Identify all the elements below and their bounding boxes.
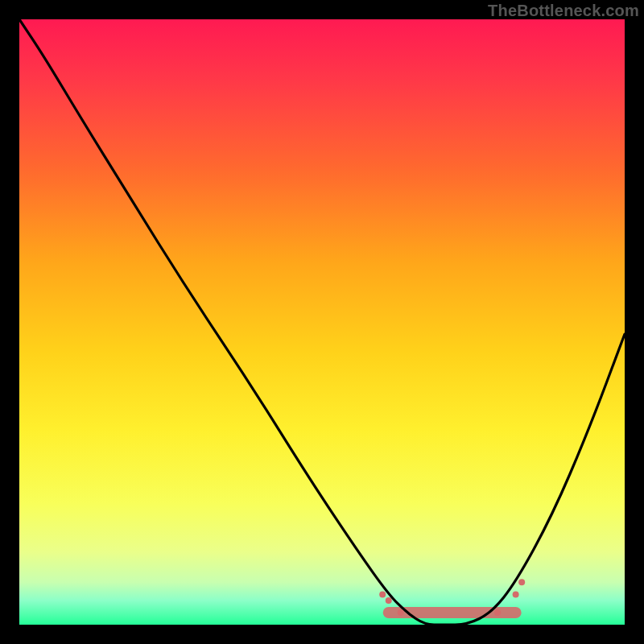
highlight-dot: [398, 609, 404, 616]
highlight-dot: [494, 609, 501, 616]
bottleneck-curve: [19, 19, 625, 625]
chart-frame: [19, 19, 625, 625]
highlight-dot: [386, 597, 392, 604]
highlight-dot: [379, 591, 386, 597]
watermark-text: TheBottleneck.com: [488, 2, 639, 20]
highlight-dot: [513, 591, 519, 597]
highlight-dot: [518, 579, 525, 585]
curve-layer: [19, 19, 625, 625]
